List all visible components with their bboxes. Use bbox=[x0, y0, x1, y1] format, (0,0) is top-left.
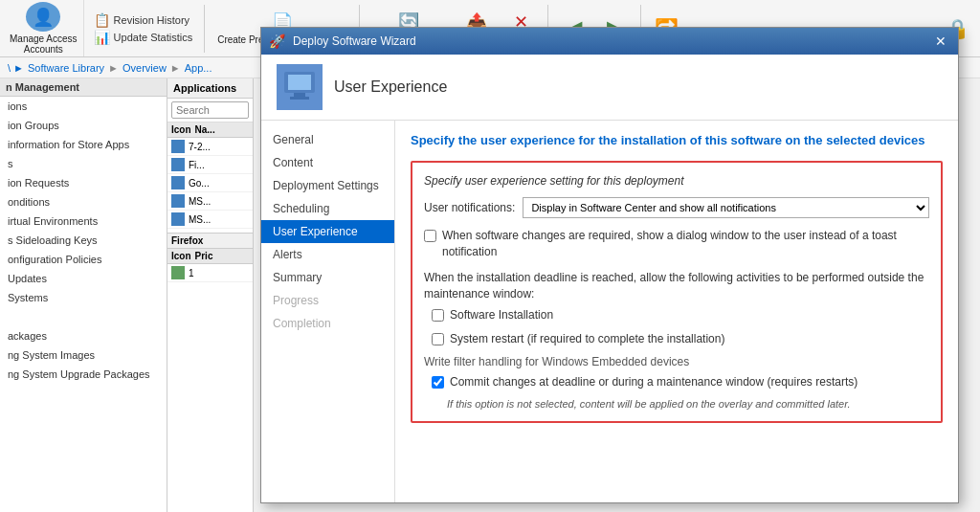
history-icon: 📋 bbox=[94, 12, 110, 28]
wizard-content-title: Specify the user experience for the inst… bbox=[411, 132, 943, 149]
computer-svg-icon bbox=[280, 70, 319, 104]
checkbox4-label: Commit changes at deadline or during a m… bbox=[450, 374, 858, 390]
svg-rect-3 bbox=[290, 97, 309, 100]
settings-box: Specify user experience setting for this… bbox=[411, 161, 943, 423]
checkbox2-label: Software Installation bbox=[450, 307, 553, 323]
firefox-col-icon: Icon bbox=[171, 251, 191, 261]
wizard-title-icon: 🚀 bbox=[269, 33, 285, 49]
checkbox3[interactable] bbox=[432, 333, 444, 345]
toolbar-actions-group: 📋 Revision History 📊 Update Statistics bbox=[88, 9, 199, 49]
wizard-header: User Experience bbox=[261, 55, 958, 121]
col-name-header: Na... bbox=[195, 124, 215, 135]
info-text: If this option is not selected, content … bbox=[447, 398, 929, 410]
checkbox3-row: System restart (if required to complete … bbox=[424, 331, 929, 347]
app-row-4[interactable]: MS... bbox=[167, 192, 253, 211]
sidebar-item-store-apps-label: information for Store Apps bbox=[8, 139, 129, 150]
sidebar-item-s-label: s bbox=[8, 158, 13, 169]
update-statistics-label: Update Statistics bbox=[114, 32, 193, 43]
sidebar-item-ion-requests-label: ion Requests bbox=[8, 177, 69, 189]
sidebar-item-config-policies[interactable]: onfiguration Policies bbox=[0, 250, 167, 269]
sidebar-item-sideloading[interactable]: s Sideloading Keys bbox=[0, 231, 167, 250]
app-icon-5 bbox=[171, 212, 185, 226]
user-notifications-select[interactable]: Display in Software Center and show all … bbox=[523, 197, 929, 218]
sidebar-item-ion-groups[interactable]: ion Groups bbox=[0, 116, 167, 135]
sidebar-item-virtual-envs-label: irtual Environments bbox=[8, 215, 98, 227]
revision-history-button[interactable]: 📋 Revision History bbox=[94, 12, 193, 28]
col-icon-header: Icon bbox=[171, 124, 191, 135]
toolbar-separator-1 bbox=[204, 5, 205, 53]
app-list-header: Icon Na... bbox=[167, 122, 253, 138]
wizard-body: General Content Deployment Settings Sche… bbox=[261, 121, 958, 502]
update-statistics-button[interactable]: 📊 Update Statistics bbox=[94, 30, 193, 45]
app-name-5: MS... bbox=[189, 214, 211, 225]
checkbox1[interactable] bbox=[424, 230, 436, 242]
app-icon-4 bbox=[171, 194, 185, 208]
applications-title: Applications bbox=[173, 82, 236, 94]
sidebar-item-ions[interactable]: ions bbox=[0, 97, 167, 116]
deadline-text: When the installation deadline is reache… bbox=[424, 270, 929, 302]
app-row-2[interactable]: Fi... bbox=[167, 156, 253, 174]
breadcrumb-software-library[interactable]: Software Library bbox=[28, 62, 104, 74]
checkbox4-row: Commit changes at deadline or during a m… bbox=[424, 374, 929, 390]
breadcrumb-overview[interactable]: Overview bbox=[122, 62, 167, 74]
firefox-title: Firefox bbox=[171, 235, 203, 246]
checkbox2[interactable] bbox=[432, 309, 444, 322]
sidebar-item-systems-label: Systems bbox=[8, 292, 48, 303]
wizard-nav-user-experience[interactable]: User Experience bbox=[261, 220, 394, 243]
app-row-5[interactable]: MS... bbox=[167, 211, 253, 229]
wizard-nav-summary[interactable]: Summary bbox=[261, 266, 394, 289]
user-notifications-row: User notifications: Display in Software … bbox=[424, 197, 929, 218]
sidebar-item-packages[interactable]: ackages bbox=[0, 326, 167, 345]
breadcrumb-separator-left: \ ► bbox=[8, 62, 24, 74]
revision-history-label: Revision History bbox=[114, 14, 189, 26]
firefox-row-1[interactable]: 1 bbox=[167, 264, 253, 282]
checkbox3-label: System restart (if required to complete … bbox=[450, 331, 724, 347]
checkbox1-row: When software changes are required, show… bbox=[424, 228, 929, 260]
app-name-1: 7-2... bbox=[189, 142, 211, 152]
wizard-nav-content[interactable]: Content bbox=[261, 151, 394, 174]
firefox-col-price: Pric bbox=[195, 251, 213, 261]
user-icon: 👤 bbox=[26, 2, 60, 32]
applications-panel: Applications Icon Na... 7-2... Fi... Go.… bbox=[167, 78, 254, 512]
search-box bbox=[167, 99, 253, 122]
settings-box-title: Specify user experience setting for this… bbox=[424, 174, 929, 188]
sidebar-item-virtual-envs[interactable]: irtual Environments bbox=[0, 211, 167, 231]
sidebar-item-ion-groups-label: ion Groups bbox=[8, 120, 59, 131]
wizard-nav-deployment-settings[interactable]: Deployment Settings bbox=[261, 174, 394, 197]
app-row-1[interactable]: 7-2... bbox=[167, 138, 253, 156]
sidebar-item-ions-label: ions bbox=[8, 100, 27, 112]
wizard-overlay: 🚀 Deploy Software Wizard ✕ User Experien… bbox=[260, 27, 959, 503]
svg-rect-2 bbox=[294, 93, 305, 97]
checkbox2-row: Software Installation bbox=[424, 307, 929, 323]
wizard-nav-scheduling[interactable]: Scheduling bbox=[261, 197, 394, 220]
firefox-price-1: 1 bbox=[189, 268, 194, 278]
sidebar-item-s[interactable]: s bbox=[0, 154, 167, 173]
sidebar-item-upgrade-packages[interactable]: ng System Upgrade Packages bbox=[0, 365, 167, 384]
applications-header: Applications bbox=[167, 78, 253, 99]
sidebar-item-systems[interactable]: Systems bbox=[0, 288, 167, 307]
wizard-header-title: User Experience bbox=[334, 78, 447, 96]
left-sidebar: n Management ions ion Groups information… bbox=[0, 78, 167, 512]
wizard-close-button[interactable]: ✕ bbox=[931, 33, 950, 49]
sidebar-item-system-images[interactable]: ng System Images bbox=[0, 345, 167, 365]
sidebar-item-updates[interactable]: Updates bbox=[0, 269, 167, 288]
manage-access-label: Manage Access Accounts bbox=[10, 33, 78, 55]
sidebar-item-store-apps[interactable]: information for Store Apps bbox=[0, 135, 167, 154]
app-row-3[interactable]: Go... bbox=[167, 174, 253, 192]
breadcrumb-app[interactable]: App... bbox=[185, 62, 212, 74]
wizard-nav-general[interactable]: General bbox=[261, 128, 394, 151]
write-filter-text: Write filter handling for Windows Embedd… bbox=[424, 355, 929, 368]
sidebar-item-packages-label: ackages bbox=[8, 330, 47, 342]
wizard-title-area: 🚀 Deploy Software Wizard bbox=[269, 33, 416, 49]
app-name-3: Go... bbox=[189, 178, 210, 189]
checkbox4[interactable] bbox=[432, 376, 444, 389]
wizard-nav-alerts[interactable]: Alerts bbox=[261, 243, 394, 266]
sidebar-item-conditions[interactable]: onditions bbox=[0, 192, 167, 211]
app-icon-3 bbox=[171, 176, 185, 189]
app-name-2: Fi... bbox=[189, 160, 205, 170]
sidebar-item-config-policies-label: onfiguration Policies bbox=[8, 254, 101, 265]
sidebar-item-ion-requests[interactable]: ion Requests bbox=[0, 173, 167, 192]
search-input[interactable] bbox=[171, 101, 249, 119]
manage-access-section: 👤 Manage Access Accounts bbox=[4, 0, 84, 56]
user-notifications-label: User notifications: bbox=[424, 201, 515, 214]
